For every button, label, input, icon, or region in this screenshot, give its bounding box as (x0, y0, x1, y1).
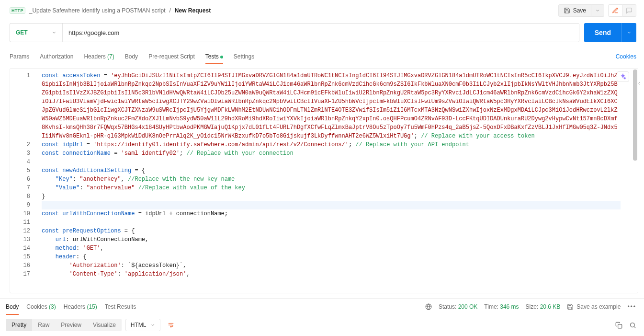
url-group: GET (10, 23, 579, 42)
breadcrumb-request-name[interactable]: New Request (175, 7, 211, 14)
response-header: Body Cookies (3) Headers (15) Test Resul… (0, 298, 644, 314)
line-gutter: 1234567891011121314151617 (10, 69, 37, 293)
search-icon (629, 322, 636, 329)
save-icon (567, 303, 574, 310)
breadcrumb-collection[interactable]: _Update Safewhere Identify using a POSTM… (29, 7, 166, 14)
request-tabs-row: Params Authorization Headers (7) Body Pr… (0, 48, 644, 65)
globe-icon[interactable] (425, 303, 432, 310)
chevron-down-icon (150, 323, 155, 327)
chevron-down-icon (595, 8, 600, 13)
resp-tab-body[interactable]: Body (6, 301, 19, 312)
response-more[interactable]: ••• (627, 303, 636, 310)
topbar: HTTP _Update Safewhere Identify using a … (0, 0, 644, 21)
sparkle-icon (620, 73, 626, 80)
response-tabs: Body Cookies (3) Headers (15) Test Resul… (6, 301, 136, 312)
time-value: 346 ms (500, 303, 519, 310)
comments-button[interactable] (622, 4, 636, 17)
size-value: 20.6 KB (540, 303, 561, 310)
view-mode-segment: Pretty Raw Preview Visualize (6, 319, 122, 331)
tab-headers-label: Headers (84, 53, 105, 60)
url-input[interactable] (63, 23, 579, 42)
copy-response-button[interactable] (615, 322, 622, 329)
breadcrumb: HTTP _Update Safewhere Identify using a … (10, 7, 558, 14)
resp-tab-cookies-label: Cookies (26, 303, 47, 310)
tab-tests-label: Tests (205, 53, 219, 60)
code-editor[interactable]: 1234567891011121314151617 const accessTo… (10, 68, 638, 293)
send-dropdown[interactable] (621, 23, 636, 42)
pencil-icon (612, 7, 619, 14)
view-pretty[interactable]: Pretty (6, 319, 32, 331)
resp-tab-headers-count: (15) (87, 303, 97, 310)
save-button[interactable]: Save (558, 4, 591, 17)
tab-headers-count: (7) (107, 53, 114, 60)
tab-settings[interactable]: Settings (234, 49, 254, 64)
view-raw[interactable]: Raw (32, 319, 55, 331)
send-group: Send (584, 23, 636, 42)
cookies-link[interactable]: Cookies (616, 53, 636, 60)
tab-tests[interactable]: Tests (205, 49, 223, 64)
copy-icon (615, 322, 622, 329)
postbot-button[interactable] (617, 71, 629, 82)
tab-headers[interactable]: Headers (7) (84, 49, 114, 64)
tab-body[interactable]: Body (125, 49, 138, 64)
response-meta: Status: 200 OK Time: 346 ms Size: 20.6 K… (425, 303, 636, 310)
tab-prerequest[interactable]: Pre-request Script (148, 49, 195, 64)
code-content[interactable]: const accessToken = 'eyJhbGciOiJSUzI1NiI… (37, 69, 638, 281)
response-right-tools (615, 322, 636, 329)
response-toolbar: Pretty Raw Preview Visualize HTML (0, 314, 644, 331)
top-actions: Save (558, 4, 636, 17)
svg-rect-3 (618, 324, 622, 328)
wrap-lines-button[interactable] (164, 320, 178, 330)
save-example-label: Save as example (576, 303, 621, 310)
svg-line-5 (634, 326, 635, 328)
breadcrumb-sep: / (169, 7, 171, 14)
time-block[interactable]: Time: 346 ms (484, 303, 519, 310)
save-as-example[interactable]: Save as example (567, 303, 621, 310)
search-response-button[interactable] (629, 322, 636, 329)
tab-params[interactable]: Params (10, 49, 29, 64)
send-button[interactable]: Send (584, 23, 621, 42)
request-row: GET Send (0, 21, 644, 48)
view-visualize[interactable]: Visualize (87, 319, 122, 331)
chevron-left-icon (637, 81, 642, 86)
resp-tab-cookies-count: (3) (49, 303, 56, 310)
save-icon (564, 7, 570, 14)
chevron-down-icon (52, 30, 56, 35)
resp-tab-headers[interactable]: Headers (15) (64, 301, 97, 312)
size-block[interactable]: Size: 20.6 KB (526, 303, 561, 310)
chevron-down-icon (627, 30, 632, 35)
http-badge: HTTP (10, 7, 25, 14)
resp-tab-headers-label: Headers (64, 303, 85, 310)
resp-tab-cookies[interactable]: Cookies (3) (26, 301, 56, 312)
resp-tab-test-results[interactable]: Test Results (105, 301, 136, 312)
view-preview[interactable]: Preview (55, 319, 87, 331)
method-select[interactable]: GET (10, 23, 63, 42)
svg-point-4 (631, 323, 635, 327)
save-label: Save (573, 7, 586, 14)
format-label: HTML (131, 322, 147, 328)
editor-scrollbar[interactable] (633, 69, 637, 293)
unsaved-dot-icon (220, 56, 223, 58)
status-block[interactable]: Status: 200 OK (439, 303, 477, 310)
method-label: GET (16, 29, 28, 36)
format-select[interactable]: HTML (125, 319, 160, 331)
comment-icon (626, 7, 633, 14)
collapse-right-sidebar[interactable] (635, 75, 643, 92)
request-tabs: Params Authorization Headers (7) Body Pr… (10, 49, 254, 64)
status-value: 200 OK (458, 303, 478, 310)
tab-authorization[interactable]: Authorization (40, 49, 73, 64)
save-dropdown[interactable] (591, 4, 604, 17)
wrap-icon (167, 322, 175, 328)
edit-button[interactable] (608, 4, 622, 17)
